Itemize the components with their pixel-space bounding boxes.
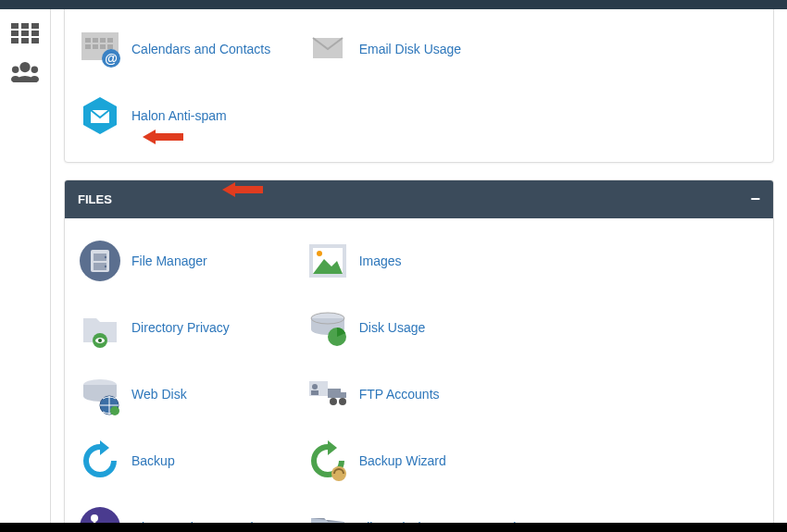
apps-grid-icon[interactable] [11,23,39,43]
item-label: Disk Usage [359,320,426,335]
collapse-icon[interactable]: − [750,190,760,209]
svg-point-54 [330,398,337,405]
svg-rect-19 [107,38,113,43]
item-directory-privacy[interactable]: Directory Privacy [78,294,306,361]
item-label: Directory Privacy [131,320,230,335]
files-panel: FILES − File Manager Images [64,179,774,532]
item-label: Backup Wizard [359,453,446,468]
email-panel: @ Calendars and Contacts Email Disk Usag… [64,9,774,163]
svg-rect-7 [21,38,29,43]
sidebar [0,9,51,532]
svg-point-34 [105,266,106,267]
item-label: Email Disk Usage [359,42,461,56]
svg-point-14 [31,76,39,83]
item-backup-wizard[interactable]: Backup Wizard [306,427,533,494]
item-email-disk-usage[interactable]: Email Disk Usage [306,16,533,82]
item-calendars-contacts[interactable]: @ Calendars and Contacts [78,16,306,82]
item-label: Web Disk [131,387,187,402]
halon-icon [78,93,122,138]
svg-rect-51 [311,390,319,395]
svg-point-41 [98,339,102,342]
svg-point-33 [105,256,106,258]
svg-rect-1 [21,23,29,29]
svg-rect-6 [11,38,19,43]
item-web-disk[interactable]: Web Disk [78,361,306,427]
item-backup[interactable]: Backup [78,427,306,494]
bottom-bar [0,523,787,532]
web-disk-icon [78,372,122,416]
item-label: File Manager [131,254,207,268]
item-label: Backup [131,453,175,468]
calendar-contacts-icon: @ [78,27,122,71]
panel-title: FILES [78,192,112,206]
svg-rect-4 [21,31,29,36]
svg-rect-23 [107,44,113,49]
svg-point-48 [110,406,119,415]
svg-point-37 [317,251,322,256]
svg-rect-21 [93,44,98,49]
images-icon [306,239,350,283]
item-label: FTP Accounts [359,387,440,402]
main-content: @ Calendars and Contacts Email Disk Usag… [51,9,787,532]
item-ftp-accounts[interactable]: FTP Accounts [306,361,533,427]
item-label: Images [359,254,402,268]
svg-point-11 [12,67,19,74]
directory-privacy-icon [78,305,122,350]
svg-rect-20 [85,44,91,49]
svg-rect-0 [11,23,19,29]
svg-rect-16 [85,38,91,43]
backup-wizard-icon [306,439,350,483]
svg-text:@: @ [105,51,118,66]
disk-usage-icon [306,305,350,350]
item-disk-usage[interactable]: Disk Usage [306,294,533,361]
backup-icon [78,439,122,483]
file-manager-icon [78,239,122,283]
svg-rect-52 [328,389,341,398]
item-halon[interactable]: Halon Anti-spam [78,82,306,149]
svg-point-12 [31,67,39,74]
item-file-manager[interactable]: File Manager [78,228,306,294]
svg-point-50 [312,384,318,390]
item-label: Halon Anti-spam [131,108,227,123]
svg-rect-8 [31,38,39,43]
svg-rect-3 [11,31,19,36]
svg-rect-5 [31,31,39,36]
top-bar [0,0,787,9]
email-disk-icon [306,27,350,71]
svg-rect-53 [341,392,346,398]
users-icon[interactable] [11,60,39,84]
svg-point-13 [11,76,19,83]
svg-rect-2 [31,23,39,29]
svg-point-55 [339,398,346,405]
ftp-icon [306,372,350,416]
svg-point-9 [19,62,30,72]
files-panel-header[interactable]: FILES − [65,180,773,218]
item-images[interactable]: Images [306,228,533,294]
svg-rect-18 [100,38,106,43]
svg-rect-17 [93,38,98,43]
svg-rect-22 [100,44,106,49]
item-label: Calendars and Contacts [131,42,270,56]
svg-point-58 [91,514,98,522]
